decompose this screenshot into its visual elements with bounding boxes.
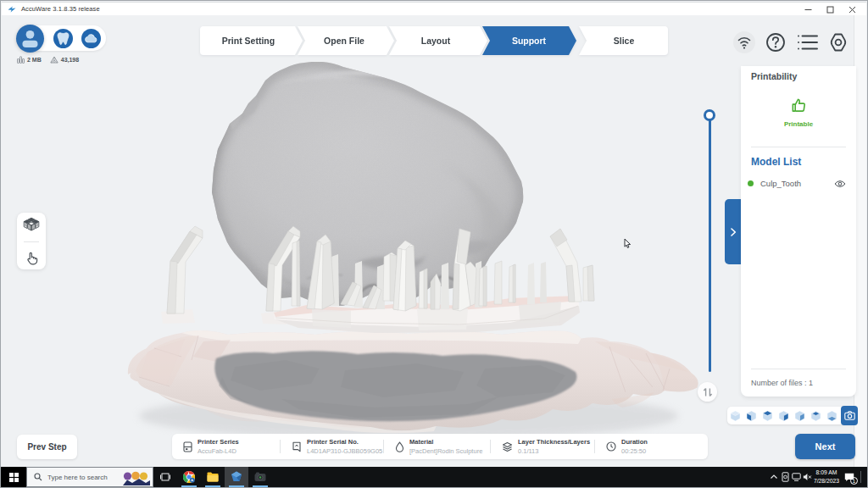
titlebar: AccuWare 3.1.8.35 release [2, 2, 866, 15]
tab-label-slice[interactable]: Slice [614, 36, 635, 46]
app-window: AccuWare 3.1.8.35 release [0, 0, 868, 488]
notification-badge: 1 [850, 477, 858, 485]
view-cube-2[interactable] [746, 410, 757, 422]
mesh-triangle-icon [50, 56, 58, 64]
wifi-button[interactable] [733, 31, 755, 53]
tab-label-layout[interactable]: Layout [421, 36, 451, 46]
search-placeholder: Type here to search [47, 474, 108, 481]
files-divider [751, 369, 846, 369]
clock-date: 7/28/2023 [811, 477, 842, 485]
tooth-library-button[interactable] [53, 29, 73, 48]
camera-icon [844, 411, 855, 420]
explorer-taskbar-button[interactable] [201, 467, 225, 487]
toolbar-divider [24, 241, 39, 242]
view-presets-bar [727, 407, 857, 424]
info-duration: Duration00:25:50 [595, 438, 707, 455]
left-toolbar [17, 213, 46, 269]
slider-track[interactable] [709, 113, 711, 372]
files-count: Number of files : 1 [751, 379, 813, 387]
info-material: Material[PacDent]Rodin Sculpture [384, 438, 490, 455]
tray-chevron-icon[interactable] [770, 474, 778, 480]
taskbar: Type here to search [1, 467, 867, 487]
accuware-taskbar-button[interactable] [225, 467, 248, 487]
build-plate [128, 330, 698, 440]
clock-icon [606, 441, 616, 452]
search-icon [34, 473, 42, 481]
view-cube-7[interactable] [826, 410, 837, 422]
workflow-steps: Print Setting Open File Layout Support S… [200, 26, 671, 55]
list-button[interactable] [798, 36, 817, 49]
printer-icon [183, 441, 192, 452]
panel-divider [751, 147, 846, 147]
screenshot-button[interactable] [841, 406, 858, 425]
view-cube-1[interactable] [730, 410, 741, 422]
cloud-button[interactable] [81, 29, 101, 48]
windows-logo-icon [9, 473, 19, 482]
droplet-icon [395, 441, 404, 452]
tray-network-icon[interactable] [792, 473, 801, 481]
model-list-title: Model List [751, 156, 846, 168]
system-tray: 8:09 AM 7/28/2023 1 [762, 467, 867, 487]
layers-icon [502, 441, 513, 452]
view-cube-6[interactable] [810, 410, 821, 422]
view-cube-3[interactable] [762, 410, 773, 422]
info-layers: Layer Thickness/Layers0.1/113 [491, 438, 594, 455]
info-value: AccuFab-L4D [198, 447, 239, 455]
task-view-icon [160, 472, 170, 482]
tab-label-support[interactable]: Support [512, 36, 547, 46]
info-serial: Printer Serial No.L4D1AP310-GJBB059G05 [281, 438, 383, 455]
slider-direction-button[interactable] [698, 382, 717, 402]
taskbar-clock[interactable]: 8:09 AM 7/28/2023 [811, 469, 842, 485]
chevron-right-icon [730, 228, 737, 236]
show-desktop-divider[interactable] [860, 471, 861, 483]
tab-label-open-file[interactable]: Open File [324, 36, 364, 46]
close-button[interactable] [841, 3, 863, 16]
minimize-button[interactable] [797, 3, 819, 16]
settings-button[interactable] [832, 35, 846, 51]
tray-device-icon[interactable] [782, 472, 789, 482]
mouse-cursor [624, 238, 632, 249]
panel-expander[interactable] [725, 199, 742, 264]
orientation-cube-button[interactable] [23, 217, 40, 233]
pan-hand-button[interactable] [25, 251, 39, 265]
bar-chart-icon [17, 56, 25, 64]
accuware-app-icon [231, 471, 242, 483]
thumbs-up-icon [790, 97, 808, 114]
help-button[interactable] [767, 34, 784, 51]
view-cube-5[interactable] [794, 410, 805, 422]
model-list-item[interactable]: Culp_Tooth [748, 179, 846, 188]
model-name: Culp_Tooth [760, 179, 834, 188]
layer-slider[interactable] [704, 109, 715, 372]
user-profile-button[interactable] [16, 25, 44, 53]
quick-access-bar [17, 25, 106, 51]
taskbar-search[interactable]: Type here to search [26, 467, 153, 487]
camera-app-taskbar-button[interactable] [248, 467, 272, 487]
slider-knob[interactable] [704, 109, 715, 121]
next-button[interactable]: Next [795, 434, 855, 459]
model-status-dot [748, 180, 754, 186]
start-button[interactable] [1, 467, 26, 487]
sort-arrows-icon [702, 386, 714, 398]
task-view-button[interactable] [153, 467, 177, 487]
print-info-bar: Printer SeriesAccuFab-L4D Printer Serial… [172, 434, 708, 459]
search-highlights-decoration [123, 468, 150, 485]
window-title: AccuWare 3.1.8.35 release [21, 5, 100, 13]
camera-app-icon [254, 472, 266, 482]
model-stats: 2 MB 43,198 [17, 56, 79, 64]
visibility-eye-icon[interactable] [834, 180, 846, 188]
model-viewport[interactable] [103, 62, 705, 456]
help-icon [773, 37, 778, 44]
chrome-icon [183, 471, 195, 483]
app-area: 2 MB 43,198 Print Setting Open File Layo… [2, 15, 866, 467]
app-logo-icon [8, 5, 16, 14]
notification-center-button[interactable]: 1 [843, 467, 862, 487]
tab-label-print-setting[interactable]: Print Setting [222, 36, 275, 46]
chrome-taskbar-button[interactable] [177, 467, 201, 487]
folder-icon [207, 472, 219, 482]
view-cube-4[interactable] [778, 410, 789, 422]
printability-panel: Printability Printable Model List Culp_T… [741, 66, 856, 396]
gear-icon [832, 35, 846, 51]
maximize-button[interactable] [819, 3, 841, 16]
clock-time: 8:09 AM [811, 469, 842, 477]
prev-step-button[interactable]: Prev Step [17, 435, 77, 459]
